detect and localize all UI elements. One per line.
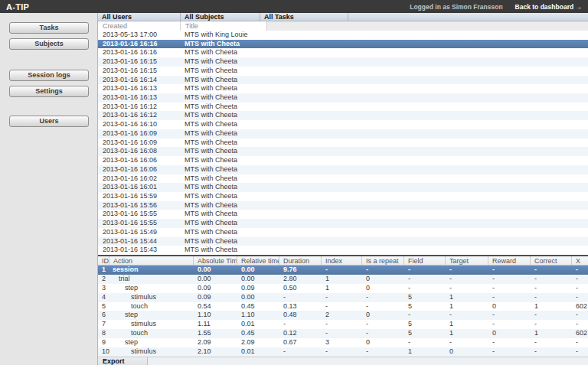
session-title-cell: MTS with Cheeta xyxy=(181,183,588,192)
event-value-cell: 0.01 xyxy=(237,320,279,329)
session-row[interactable]: 2013-01-16 16:12MTS with Cheeta xyxy=(98,111,588,120)
event-row[interactable]: 3step0.090.090.5010----- xyxy=(98,284,588,293)
session-row[interactable]: 2013-01-16 16:09MTS with Cheeta xyxy=(98,129,588,139)
event-column-absolute-time[interactable]: Absolute Time xyxy=(194,256,237,265)
filter-all-users[interactable]: All Users xyxy=(98,13,181,21)
event-row[interactable]: 9step2.092.090.6730----- xyxy=(98,338,588,347)
event-column-duration[interactable]: Duration xyxy=(279,256,322,265)
event-value-cell: 0.09 xyxy=(194,284,237,293)
session-row[interactable]: 2013-01-16 16:10MTS with Cheeta xyxy=(98,120,588,129)
session-created-cell: 2013-01-16 15:49 xyxy=(98,228,181,237)
session-row[interactable]: 2013-01-16 15:56MTS with Cheeta xyxy=(98,201,588,210)
event-row[interactable]: 7stimulus1.110.01---51--- xyxy=(98,320,588,329)
column-header-created[interactable]: Created xyxy=(98,21,181,31)
event-row[interactable]: 8touch1.550.450.12--5101602 xyxy=(98,329,588,338)
event-value-cell: - xyxy=(322,329,362,338)
session-row[interactable]: 2013-01-16 15:49MTS with Cheeta xyxy=(98,228,588,237)
event-value-cell: 1.10 xyxy=(237,311,279,320)
session-row[interactable]: 2013-01-16 16:06MTS with Cheeta xyxy=(98,165,588,174)
session-created-cell: 2013-01-16 16:02 xyxy=(98,174,181,184)
event-row[interactable]: 10stimulus2.100.01---10--- xyxy=(98,347,588,357)
event-value-cell: 2 xyxy=(322,311,362,320)
event-value-cell: - xyxy=(488,347,531,357)
event-column-field[interactable]: Field xyxy=(404,256,446,265)
event-column-id[interactable]: ID xyxy=(98,256,109,265)
session-row[interactable]: 2013-01-16 16:09MTS with Cheeta xyxy=(98,139,588,148)
column-header-spacer xyxy=(267,21,588,31)
event-value-cell: 0.09 xyxy=(237,284,279,293)
event-column-is-a-repeat[interactable]: Is a repeat xyxy=(362,256,404,265)
session-row[interactable]: 2013-01-16 16:13MTS with Cheeta xyxy=(98,84,588,93)
event-row[interactable]: 1session0.000.009.76------- xyxy=(98,266,588,275)
event-table-body: 1session0.000.009.76-------2trial0.000.0… xyxy=(98,266,588,357)
event-column-correct[interactable]: Correct xyxy=(531,256,572,265)
session-row[interactable]: 2013-01-16 16:16MTS with Cheeta xyxy=(98,40,588,49)
session-title-cell: MTS with Cheeta xyxy=(181,103,588,112)
event-row[interactable]: 4stimulus0.090.00---51--- xyxy=(98,293,588,302)
sidebar-button-tasks[interactable]: Tasks xyxy=(9,22,89,34)
event-value-cell: 1 xyxy=(531,329,572,338)
session-row[interactable]: 2013-01-16 15:59MTS with Cheeta xyxy=(98,192,588,201)
column-header-title[interactable]: Title xyxy=(181,21,267,31)
session-created-cell: 2013-01-16 16:16 xyxy=(98,48,181,57)
event-value-cell: - xyxy=(404,311,446,320)
event-row[interactable]: 2trial0.000.002.8010----- xyxy=(98,275,588,284)
event-value-cell: 0.45 xyxy=(237,302,279,311)
back-to-dashboard-link[interactable]: Back to dashboard → xyxy=(515,3,582,11)
session-title-cell: MTS with Cheeta xyxy=(181,237,588,246)
event-column-x[interactable]: X xyxy=(572,256,588,265)
event-column-index[interactable]: Index xyxy=(322,256,362,265)
event-row[interactable]: 6step1.101.100.4820----- xyxy=(98,311,588,320)
event-id-cell: 7 xyxy=(98,320,109,329)
event-value-cell: - xyxy=(446,275,488,284)
session-row[interactable]: 2013-01-16 16:12MTS with Cheeta xyxy=(98,103,588,112)
sidebar-button-subjects[interactable]: Subjects xyxy=(9,38,89,50)
session-row[interactable]: 2013-01-16 16:15MTS with Cheeta xyxy=(98,67,588,76)
session-row[interactable]: 2013-01-16 16:02MTS with Cheeta xyxy=(98,174,588,184)
session-created-cell: 2013-01-16 16:10 xyxy=(98,120,181,129)
session-row[interactable]: 2013-01-16 16:16MTS with Cheeta xyxy=(98,48,588,57)
export-button[interactable]: Export xyxy=(98,357,148,365)
session-row[interactable]: 2013-01-16 16:13MTS with Cheeta xyxy=(98,93,588,103)
event-column-target[interactable]: Target xyxy=(446,256,488,265)
session-title-cell: MTS with Cheeta xyxy=(181,174,588,184)
sidebar-button-settings[interactable]: Settings xyxy=(9,86,89,97)
session-row[interactable]: 2013-01-16 16:08MTS with Cheeta xyxy=(98,147,588,156)
session-created-cell: 2013-01-16 16:09 xyxy=(98,129,181,139)
session-title-cell: MTS with Cheeta xyxy=(181,246,588,255)
session-created-cell: 2013-01-16 16:15 xyxy=(98,67,181,76)
session-row[interactable]: 2013-05-13 17:00MTS with King Louie xyxy=(98,31,588,40)
session-row[interactable]: 2013-01-16 16:06MTS with Cheeta xyxy=(98,156,588,165)
event-column-reward[interactable]: Reward xyxy=(488,256,531,265)
session-title-cell: MTS with Cheeta xyxy=(181,111,588,120)
session-row[interactable]: 2013-01-16 16:01MTS with Cheeta xyxy=(98,183,588,192)
session-row[interactable]: 2013-01-16 15:55MTS with Cheeta xyxy=(98,219,588,228)
event-value-cell: - xyxy=(446,311,488,320)
session-row[interactable]: 2013-01-16 15:43MTS with Cheeta xyxy=(98,246,588,255)
event-value-cell: - xyxy=(488,338,531,347)
sidebar-button-session-logs[interactable]: Session logs xyxy=(9,70,89,81)
event-value-cell: 0 xyxy=(362,338,404,347)
event-action-cell: step xyxy=(109,311,194,320)
session-row[interactable]: 2013-01-16 15:44MTS with Cheeta xyxy=(98,237,588,246)
sidebar-button-users[interactable]: Users xyxy=(9,116,89,127)
event-value-cell: 0.13 xyxy=(279,302,322,311)
session-row[interactable]: 2013-01-16 15:55MTS with Cheeta xyxy=(98,210,588,219)
session-row[interactable]: 2013-01-16 16:15MTS with Cheeta xyxy=(98,57,588,67)
session-created-cell: 2013-01-16 16:13 xyxy=(98,93,181,103)
event-value-cell: - xyxy=(531,320,572,329)
event-value-cell: - xyxy=(446,284,488,293)
session-title-cell: MTS with Cheeta xyxy=(181,120,588,129)
event-id-cell: 8 xyxy=(98,329,109,338)
session-row[interactable]: 2013-01-16 16:14MTS with Cheeta xyxy=(98,76,588,85)
event-value-cell: - xyxy=(322,293,362,302)
event-column-action[interactable]: Action xyxy=(109,256,194,265)
filter-all-tasks[interactable]: All Tasks xyxy=(260,13,348,21)
event-row[interactable]: 5touch0.540.450.13--5101602 xyxy=(98,302,588,311)
event-column-relative-time[interactable]: Relative time xyxy=(237,256,279,265)
filter-all-subjects[interactable]: All Subjects xyxy=(181,13,260,21)
session-created-cell: 2013-01-16 16:01 xyxy=(98,183,181,192)
event-value-cell: 9.76 xyxy=(279,266,322,275)
event-value-cell: 0.01 xyxy=(237,347,279,357)
event-value-cell: 1.11 xyxy=(194,320,237,329)
